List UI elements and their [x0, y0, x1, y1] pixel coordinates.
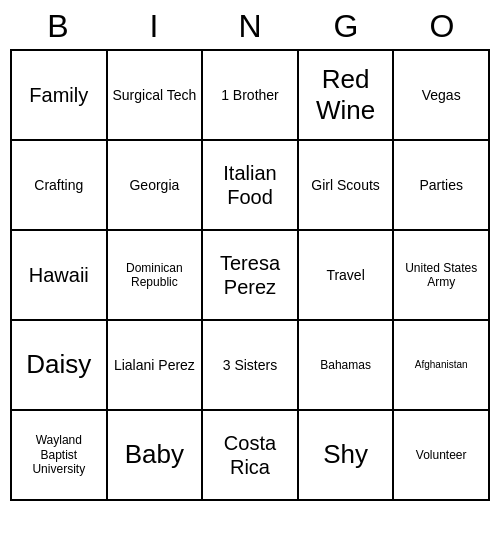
bingo-letter-b: B	[14, 8, 102, 45]
bingo-cell-3-4: Afghanistan	[394, 321, 490, 411]
bingo-cell-4-2: Costa Rica	[203, 411, 299, 501]
bingo-row-1: CraftingGeorgiaItalian FoodGirl ScoutsPa…	[12, 141, 490, 231]
bingo-cell-2-3: Travel	[299, 231, 395, 321]
bingo-letter-i: I	[110, 8, 198, 45]
bingo-cell-1-2: Italian Food	[203, 141, 299, 231]
bingo-cell-0-4: Vegas	[394, 51, 490, 141]
bingo-cell-3-2: 3 Sisters	[203, 321, 299, 411]
bingo-cell-4-0: Wayland Baptist University	[12, 411, 108, 501]
bingo-cell-1-4: Parties	[394, 141, 490, 231]
bingo-cell-3-3: Bahamas	[299, 321, 395, 411]
bingo-cell-1-3: Girl Scouts	[299, 141, 395, 231]
bingo-cell-4-1: Baby	[108, 411, 204, 501]
bingo-letter-o: O	[398, 8, 486, 45]
bingo-cell-4-4: Volunteer	[394, 411, 490, 501]
bingo-letter-g: G	[302, 8, 390, 45]
bingo-cell-3-1: Lialani Perez	[108, 321, 204, 411]
bingo-cell-3-0: Daisy	[12, 321, 108, 411]
bingo-cell-2-4: United States Army	[394, 231, 490, 321]
bingo-cell-2-1: Dominican Republic	[108, 231, 204, 321]
bingo-cell-1-1: Georgia	[108, 141, 204, 231]
bingo-cell-1-0: Crafting	[12, 141, 108, 231]
bingo-cell-4-3: Shy	[299, 411, 395, 501]
bingo-header: BINGO	[10, 0, 490, 49]
bingo-row-0: FamilySurgical Tech1 BrotherRed WineVega…	[12, 51, 490, 141]
bingo-row-4: Wayland Baptist UniversityBabyCosta Rica…	[12, 411, 490, 501]
bingo-cell-2-2: Teresa Perez	[203, 231, 299, 321]
bingo-cell-0-3: Red Wine	[299, 51, 395, 141]
bingo-cell-0-2: 1 Brother	[203, 51, 299, 141]
bingo-cell-2-0: Hawaii	[12, 231, 108, 321]
bingo-row-2: HawaiiDominican RepublicTeresa PerezTrav…	[12, 231, 490, 321]
bingo-cell-0-0: Family	[12, 51, 108, 141]
bingo-cell-0-1: Surgical Tech	[108, 51, 204, 141]
bingo-grid: FamilySurgical Tech1 BrotherRed WineVega…	[10, 49, 490, 501]
bingo-letter-n: N	[206, 8, 294, 45]
bingo-row-3: DaisyLialani Perez3 SistersBahamasAfghan…	[12, 321, 490, 411]
